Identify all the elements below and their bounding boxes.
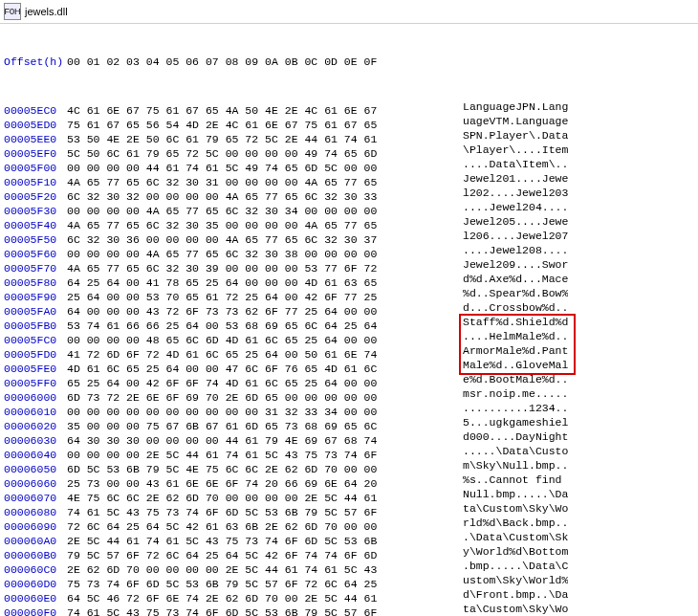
offset-header: Offset(h)	[4, 55, 67, 69]
ascii-cell[interactable]: Jewel209....Swor	[449, 257, 568, 272]
hex-row[interactable]: 0000603064 30 30 30 00 00 00 00 44 61 79…	[4, 429, 698, 444]
ascii-cell[interactable]: Null.bmp.....\Da	[449, 487, 568, 501]
ascii-cell[interactable]: ....Data\Item\..	[449, 157, 568, 171]
ascii-cell[interactable]: d%d.Axe%d...Mace	[449, 272, 568, 286]
ascii-cell[interactable]: d\Front.bmp..\Da	[449, 587, 568, 602]
hex-row[interactable]: 00005F206C 32 30 32 00 00 00 00 4A 65 77…	[4, 186, 698, 200]
hex-row[interactable]: 0000608074 61 5C 43 75 73 74 6F 6D 5C 53…	[4, 501, 698, 516]
ascii-cell[interactable]: ..........1234..	[449, 401, 568, 415]
hex-row[interactable]: 00005EE053 50 4E 2E 50 6C 61 79 65 72 5C…	[4, 128, 698, 143]
hex-row[interactable]: 000060A02E 5C 44 61 74 61 5C 43 75 73 74…	[4, 530, 698, 544]
ascii-cell[interactable]: Jewel205....Jewe	[449, 214, 568, 229]
ascii-cell[interactable]: d000....DayNight	[449, 429, 568, 444]
ascii-cell[interactable]: SPN.Player\.Data	[449, 128, 568, 143]
hex-row[interactable]: 000060704E 75 6C 6C 2E 62 6D 70 00 00 00…	[4, 487, 698, 501]
file-icon: F0H	[4, 3, 21, 20]
hex-row[interactable]: 00005F9025 64 00 00 53 70 65 61 72 25 64…	[4, 286, 698, 300]
ascii-cell[interactable]: y\World%d\Bottom	[449, 544, 568, 559]
ascii-cell[interactable]: d...Crossbow%d..	[449, 300, 568, 315]
hex-row[interactable]: 00005EF05C 50 6C 61 79 65 72 5C 00 00 00…	[4, 143, 698, 157]
hex-row[interactable]: 00005FB053 74 61 66 66 25 64 00 53 68 69…	[4, 315, 698, 329]
hex-row[interactable]: 000060E064 5C 46 72 6F 6E 74 2E 62 6D 70…	[4, 587, 698, 602]
hex-row[interactable]: 00005F104A 65 77 65 6C 32 30 31 00 00 00…	[4, 171, 698, 186]
hex-row[interactable]: 00005FC000 00 00 00 48 65 6C 6D 4D 61 6C…	[4, 329, 698, 343]
hex-row[interactable]: 00005F3000 00 00 00 4A 65 77 65 6C 32 30…	[4, 200, 698, 214]
hex-row[interactable]: 00005EC04C 61 6E 67 75 61 67 65 4A 50 4E…	[4, 99, 698, 114]
window-title: jewels.dll	[25, 6, 68, 17]
ascii-cell[interactable]: rld%d\Back.bmp..	[449, 516, 568, 530]
hex-row[interactable]: 000060B079 5C 57 6F 72 6C 64 25 64 5C 42…	[4, 544, 698, 559]
ascii-cell[interactable]: Staff%d.Shield%d	[449, 315, 568, 329]
ascii-cell[interactable]: Male%d..GloveMal	[449, 358, 568, 372]
hex-row[interactable]: 000060006D 73 72 2E 6E 6F 69 70 2E 6D 65…	[4, 386, 698, 401]
ascii-cell[interactable]: .\Data\Custom\Sk	[449, 530, 568, 544]
hex-row[interactable]: 000060F074 61 5C 43 75 73 74 6F 6D 5C 53…	[4, 602, 698, 616]
hex-row[interactable]: 00005ED075 61 67 65 56 54 4D 2E 4C 61 6E…	[4, 114, 698, 128]
ascii-cell[interactable]: l206....Jewel207	[449, 229, 568, 243]
ascii-cell[interactable]: ....Jewel204....	[449, 200, 568, 214]
hex-row[interactable]: 00005F506C 32 30 36 00 00 00 00 4A 65 77…	[4, 229, 698, 243]
ascii-cell[interactable]: %d..Spear%d.Bow%	[449, 286, 568, 300]
hex-row[interactable]: 00005F8064 25 64 00 41 78 65 25 64 00 00…	[4, 272, 698, 286]
hex-row[interactable]: 0000606025 73 00 00 43 61 6E 6E 6F 74 20…	[4, 473, 698, 487]
hex-row[interactable]: 00005FE04D 61 6C 65 25 64 00 00 47 6C 6F…	[4, 358, 698, 372]
offset-cell: 000060F0	[4, 605, 67, 616]
hex-row[interactable]: 00005F404A 65 77 65 6C 32 30 35 00 00 00…	[4, 214, 698, 229]
hex-row[interactable]: 00005F704A 65 77 65 6C 32 30 39 00 00 00…	[4, 257, 698, 272]
hex-row[interactable]: 0000604000 00 00 00 2E 5C 44 61 74 61 5C…	[4, 444, 698, 458]
ascii-cell[interactable]: msr.noip.me.....	[449, 386, 568, 401]
ascii-cell[interactable]: m\Sky\Null.bmp..	[449, 458, 568, 473]
ascii-cell[interactable]: \Player\....Item	[449, 143, 568, 157]
ascii-cell[interactable]: %s..Cannot find	[449, 473, 568, 487]
ascii-cell[interactable]: LanguageJPN.Lang	[449, 99, 568, 114]
hex-row[interactable]: 000060C02E 62 6D 70 00 00 00 00 2E 5C 44…	[4, 559, 698, 573]
columns-header: 00 01 02 03 04 05 06 07 08 09 0A 0B 0C 0…	[67, 55, 449, 69]
ascii-cell[interactable]: e%d.BootMale%d..	[449, 372, 568, 386]
ascii-cell[interactable]: l202....Jewel203	[449, 186, 568, 200]
ascii-cell[interactable]: ta\Custom\Sky\Wo	[449, 602, 568, 616]
hex-row[interactable]: 0000602035 00 00 00 75 67 6B 67 61 6D 65…	[4, 415, 698, 429]
ascii-cell[interactable]: .....\Data\Custo	[449, 444, 568, 458]
hex-row[interactable]: 00005F0000 00 00 00 44 61 74 61 5C 49 74…	[4, 157, 698, 171]
hex-viewer[interactable]: Offset(h)00 01 02 03 04 05 06 07 08 09 0…	[0, 24, 698, 616]
hex-row[interactable]: 00005F6000 00 00 00 4A 65 77 65 6C 32 30…	[4, 243, 698, 257]
hex-row[interactable]: 0000609072 6C 64 25 64 5C 42 61 63 6B 2E…	[4, 516, 698, 530]
hex-row[interactable]: 00005FF065 25 64 00 42 6F 6F 74 4D 61 6C…	[4, 372, 698, 386]
ascii-cell[interactable]: .bmp.....\Data\C	[449, 559, 568, 573]
ascii-cell[interactable]: Jewel201....Jewe	[449, 171, 568, 186]
ascii-cell[interactable]: ....Jewel208....	[449, 243, 568, 257]
ascii-cell[interactable]: ta\Custom\Sky\Wo	[449, 501, 568, 516]
header-row: Offset(h)00 01 02 03 04 05 06 07 08 09 0…	[4, 55, 698, 69]
hex-row[interactable]: 00005FA064 00 00 00 43 72 6F 73 73 62 6F…	[4, 300, 698, 315]
ascii-cell[interactable]: ....HelmMale%d..	[449, 329, 568, 343]
hex-row[interactable]: 00005FD041 72 6D 6F 72 4D 61 6C 65 25 64…	[4, 343, 698, 358]
ascii-cell[interactable]: uageVTM.Language	[449, 114, 568, 128]
hex-row[interactable]: 000060D075 73 74 6F 6D 5C 53 6B 79 5C 57…	[4, 573, 698, 587]
ascii-cell[interactable]: 5...ugkgameshiel	[449, 415, 568, 429]
hex-row[interactable]: 000060506D 5C 53 6B 79 5C 4E 75 6C 6C 2E…	[4, 458, 698, 473]
hex-row[interactable]: 0000601000 00 00 00 00 00 00 00 00 00 31…	[4, 401, 698, 415]
bytes-cell[interactable]: 74 61 5C 43 75 73 74 6F 6D 5C 53 6B 79 5…	[67, 605, 449, 616]
ascii-cell[interactable]: ustom\Sky\World%	[449, 573, 568, 587]
ascii-cell[interactable]: ArmorMale%d.Pant	[449, 343, 568, 358]
title-bar: F0H jewels.dll	[0, 0, 698, 24]
